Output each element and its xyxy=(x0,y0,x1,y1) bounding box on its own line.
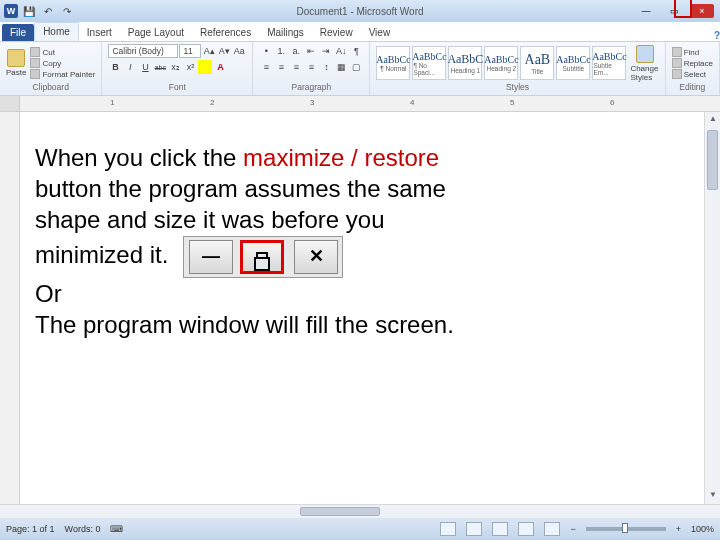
titlebar: W 💾 ↶ ↷ Document1 - Microsoft Word — ▭ × xyxy=(0,0,720,22)
ruler-vertical[interactable] xyxy=(0,112,20,504)
font-color-button[interactable]: A xyxy=(213,60,227,74)
style-preview: AaB xyxy=(525,52,551,68)
scroll-thumb-vertical[interactable] xyxy=(707,130,718,190)
change-styles-button[interactable]: Change Styles xyxy=(630,45,658,82)
multilevel-button[interactable]: a. xyxy=(289,44,303,58)
shrink-font-button[interactable]: A▾ xyxy=(217,44,231,58)
scroll-thumb-horizontal[interactable] xyxy=(300,507,380,516)
group-paragraph-label: Paragraph xyxy=(259,82,363,93)
window-close-button[interactable]: × xyxy=(690,4,714,18)
view-outline-button[interactable] xyxy=(518,522,534,536)
style-name: Subtitle xyxy=(563,65,585,72)
scroll-down-button[interactable]: ▼ xyxy=(707,490,719,502)
font-family-select[interactable]: Calibri (Body) xyxy=(108,44,178,58)
zoom-out-button[interactable]: − xyxy=(570,524,575,534)
ruler-corner xyxy=(0,96,20,111)
group-font: Calibri (Body) 11 A▴ A▾ Aa B I U abc x₂ … xyxy=(102,42,253,95)
view-web-layout-button[interactable] xyxy=(492,522,508,536)
tab-page-layout[interactable]: Page Layout xyxy=(120,24,192,41)
ruler-horizontal[interactable]: 1 2 3 4 5 6 xyxy=(0,96,720,112)
find-label: Find xyxy=(684,48,700,57)
shading-button[interactable]: ▦ xyxy=(334,60,348,74)
qat-redo-button[interactable]: ↷ xyxy=(59,3,75,19)
increase-indent-button[interactable]: ⇥ xyxy=(319,44,333,58)
scrollbar-horizontal[interactable] xyxy=(0,504,720,518)
zoom-slider-knob[interactable] xyxy=(622,523,628,533)
zoom-level[interactable]: 100% xyxy=(691,524,714,534)
find-button[interactable]: Find xyxy=(672,47,713,57)
align-center-button[interactable]: ≡ xyxy=(274,60,288,74)
copy-label: Copy xyxy=(42,59,61,68)
strikethrough-button[interactable]: abc xyxy=(153,60,167,74)
group-editing: Find Replace Select Editing xyxy=(666,42,720,95)
subscript-button[interactable]: x₂ xyxy=(168,60,182,74)
tab-references[interactable]: References xyxy=(192,24,259,41)
grow-font-button[interactable]: A▴ xyxy=(202,44,216,58)
tab-home[interactable]: Home xyxy=(34,22,79,41)
help-button[interactable]: ? xyxy=(714,30,720,41)
ribbon-tabs: File Home Insert Page Layout References … xyxy=(0,22,720,42)
tab-review[interactable]: Review xyxy=(312,24,361,41)
ruler-mark: 5 xyxy=(510,98,514,107)
styles-gallery[interactable]: AaBbCc¶ Normal AaBbCc¶ No Spaci... AaBbC… xyxy=(376,46,626,80)
zoom-slider[interactable] xyxy=(586,527,666,531)
sort-button[interactable]: A↓ xyxy=(334,44,348,58)
status-page[interactable]: Page: 1 of 1 xyxy=(6,524,55,534)
scroll-up-button[interactable]: ▲ xyxy=(707,114,719,126)
show-marks-button[interactable]: ¶ xyxy=(349,44,363,58)
overlay-text: button the program assumes the same xyxy=(35,175,446,202)
format-painter-icon xyxy=(30,69,40,79)
borders-button[interactable]: ▢ xyxy=(349,60,363,74)
tab-view[interactable]: View xyxy=(361,24,399,41)
underline-button[interactable]: U xyxy=(138,60,152,74)
style-subtle-emphasis[interactable]: AaBbCcSubtle Em... xyxy=(592,46,626,80)
highlight-button[interactable] xyxy=(198,60,212,74)
illustration-close-icon: ✕ xyxy=(294,240,338,274)
style-name: Heading 2 xyxy=(487,65,517,72)
scrollbar-vertical[interactable]: ▲ ▼ xyxy=(704,112,720,504)
style-subtitle[interactable]: AaBbCcSubtitle xyxy=(556,46,590,80)
italic-button[interactable]: I xyxy=(123,60,137,74)
numbering-button[interactable]: 1. xyxy=(274,44,288,58)
style-heading-2[interactable]: AaBbCcHeading 2 xyxy=(484,46,518,80)
tab-insert[interactable]: Insert xyxy=(79,24,120,41)
font-size-select[interactable]: 11 xyxy=(179,44,201,58)
cut-button[interactable]: Cut xyxy=(30,47,95,57)
bullets-button[interactable]: • xyxy=(259,44,273,58)
change-case-button[interactable]: Aa xyxy=(232,44,246,58)
word-icon: W xyxy=(4,4,18,18)
window-minimize-button[interactable]: — xyxy=(634,4,658,18)
style-preview: AaBbCc xyxy=(556,54,590,65)
style-title[interactable]: AaBTitle xyxy=(520,46,554,80)
illustration-minimize-icon: — xyxy=(189,240,233,274)
ruler-mark: 6 xyxy=(610,98,614,107)
view-print-layout-button[interactable] xyxy=(440,522,456,536)
zoom-in-button[interactable]: + xyxy=(676,524,681,534)
select-button[interactable]: Select xyxy=(672,69,713,79)
view-full-screen-button[interactable] xyxy=(466,522,482,536)
status-language-icon[interactable]: ⌨ xyxy=(110,524,123,534)
paste-button[interactable]: Paste xyxy=(6,49,26,77)
tab-file[interactable]: File xyxy=(2,24,34,41)
decrease-indent-button[interactable]: ⇤ xyxy=(304,44,318,58)
style-name: ¶ No Spaci... xyxy=(413,62,445,76)
style-heading-1[interactable]: AaBbCHeading 1 xyxy=(448,46,482,80)
justify-button[interactable]: ≡ xyxy=(304,60,318,74)
superscript-button[interactable]: x² xyxy=(183,60,197,74)
qat-save-button[interactable]: 💾 xyxy=(21,3,37,19)
status-words[interactable]: Words: 0 xyxy=(65,524,101,534)
bold-button[interactable]: B xyxy=(108,60,122,74)
qat-undo-button[interactable]: ↶ xyxy=(40,3,56,19)
style-no-spacing[interactable]: AaBbCc¶ No Spaci... xyxy=(412,46,446,80)
style-normal[interactable]: AaBbCc¶ Normal xyxy=(376,46,410,80)
view-draft-button[interactable] xyxy=(544,522,560,536)
page[interactable]: When you click the maximize / restore bu… xyxy=(20,112,704,504)
style-preview: AaBbCc xyxy=(376,54,410,65)
format-painter-button[interactable]: Format Painter xyxy=(30,69,95,79)
replace-button[interactable]: Replace xyxy=(672,58,713,68)
align-left-button[interactable]: ≡ xyxy=(259,60,273,74)
tab-mailings[interactable]: Mailings xyxy=(259,24,312,41)
copy-button[interactable]: Copy xyxy=(30,58,95,68)
line-spacing-button[interactable]: ↕ xyxy=(319,60,333,74)
align-right-button[interactable]: ≡ xyxy=(289,60,303,74)
